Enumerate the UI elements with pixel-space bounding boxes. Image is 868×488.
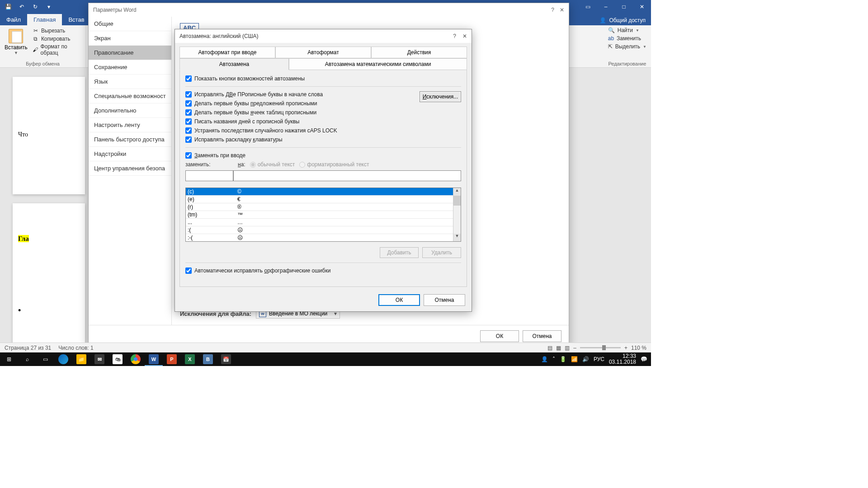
options-cat-customize-ribbon[interactable]: Настроить ленту xyxy=(89,118,171,132)
chk-sentence-caps[interactable]: Делать первые буквы предложений прописны… xyxy=(185,100,337,107)
copy-button[interactable]: ⧉Копировать xyxy=(32,35,83,42)
help-icon[interactable]: ? xyxy=(453,33,456,39)
options-cat-language[interactable]: Язык xyxy=(89,75,171,89)
qat-customize-icon[interactable]: ▾ xyxy=(42,1,55,13)
add-button[interactable]: Добавить xyxy=(380,247,419,258)
clock[interactable]: 12:33 03.11.2018 xyxy=(609,353,636,365)
close-icon[interactable]: ✕ xyxy=(633,0,651,14)
exceptions-button[interactable]: Исключения... xyxy=(420,91,461,102)
share-button[interactable]: 👤 Общий доступ xyxy=(594,15,651,25)
taskbar-explorer[interactable]: 📁 xyxy=(72,352,90,366)
chk-day-caps[interactable]: Писать названия дней с прописной буквы xyxy=(185,118,337,125)
ribbon-options-icon[interactable]: ▭ xyxy=(579,0,597,14)
view-print-icon[interactable]: ▦ xyxy=(556,345,561,351)
chk-auto-spell[interactable]: Автоматически исправлять орфографические… xyxy=(185,267,461,274)
taskbar-vk[interactable]: B xyxy=(199,352,217,366)
ac-tab-math-autocorrect[interactable]: Автозамена математическими символами xyxy=(289,58,467,70)
options-cat-addins[interactable]: Надстройки xyxy=(89,147,171,161)
list-item[interactable]: (r)® xyxy=(186,203,453,211)
scroll-up-icon[interactable]: ▲ xyxy=(453,188,461,196)
options-cat-advanced[interactable]: Дополнительно xyxy=(89,103,171,118)
start-button[interactable]: ⊞ xyxy=(0,352,18,366)
chk-two-caps[interactable]: Исправлять ДВе ПРописные буквы в начале … xyxy=(185,91,337,98)
list-scrollbar[interactable]: ▲ ▼ xyxy=(453,188,461,241)
zoom-out-icon[interactable]: – xyxy=(573,345,576,351)
ac-tab-autoformat[interactable]: Автоформат xyxy=(275,47,371,58)
delete-button[interactable]: Удалить xyxy=(422,247,461,258)
maximize-icon[interactable]: □ xyxy=(615,0,633,14)
input-language[interactable]: РУС xyxy=(594,356,604,362)
options-cat-save[interactable]: Сохранение xyxy=(89,60,171,75)
radio-formatted-text[interactable]: форматированный текст xyxy=(299,161,369,168)
chk-caps-lock[interactable]: Устранять последствия случайного нажатия… xyxy=(185,127,337,134)
save-icon[interactable]: 💾 xyxy=(2,1,14,13)
radio-plain-text[interactable]: обычный текст xyxy=(250,161,295,168)
undo-icon[interactable]: ↶ xyxy=(15,1,28,13)
options-cat-trust[interactable]: Центр управления безопа xyxy=(89,161,171,176)
ac-titlebar[interactable]: Автозамена: английский (США) ? ✕ xyxy=(175,29,472,43)
options-cat-qat[interactable]: Панель быстрого доступа xyxy=(89,132,171,147)
paste-button[interactable]: Вставить ▼ xyxy=(3,27,29,57)
ac-tab-actions[interactable]: Действия xyxy=(371,47,467,58)
options-cat-general[interactable]: Общие xyxy=(89,17,171,31)
tab-home[interactable]: Главная xyxy=(27,14,62,25)
format-painter-button[interactable]: 🖌Формат по образц xyxy=(32,43,83,56)
page-indicator[interactable]: Страница 27 из 31 xyxy=(5,345,51,351)
chk-replace-on-type[interactable]: Заменять при вводе xyxy=(185,152,461,159)
battery-icon[interactable]: 🔋 xyxy=(560,356,566,362)
minimize-icon[interactable]: – xyxy=(597,0,615,14)
taskbar-chrome[interactable] xyxy=(127,352,145,366)
list-item[interactable]: :(☹ xyxy=(186,226,453,234)
close-icon[interactable]: ✕ xyxy=(560,7,564,13)
notifications-icon[interactable]: 💬21 xyxy=(641,356,647,362)
view-read-icon[interactable]: ▤ xyxy=(547,345,552,351)
taskbar-store[interactable]: 🛍 xyxy=(108,352,127,366)
word-count[interactable]: Число слов: 1 xyxy=(58,345,93,351)
redo-icon[interactable]: ↻ xyxy=(29,1,42,13)
replace-to-input[interactable] xyxy=(233,170,461,181)
ac-ok-button[interactable]: ОК xyxy=(378,294,420,306)
ac-tab-autocorrect[interactable]: Автозамена xyxy=(179,58,289,70)
scroll-down-icon[interactable]: ▼ xyxy=(453,234,461,241)
zoom-in-icon[interactable]: + xyxy=(624,345,627,351)
chk-keyboard-layout[interactable]: Исправлять раскладку клавиатуры xyxy=(185,136,337,143)
cut-button[interactable]: ✂Вырезать xyxy=(32,27,83,34)
options-cat-display[interactable]: Экран xyxy=(89,31,171,46)
options-ok-button[interactable]: ОК xyxy=(480,330,519,342)
select-button[interactable]: ⇱Выделить▼ xyxy=(608,43,646,50)
close-icon[interactable]: ✕ xyxy=(462,33,467,39)
options-cat-advanced-access[interactable]: Специальные возможност xyxy=(89,89,171,103)
taskbar-powerpoint[interactable]: P xyxy=(163,352,181,366)
view-web-icon[interactable]: ▥ xyxy=(565,345,570,351)
search-icon[interactable]: ⌕ xyxy=(18,352,36,366)
list-item[interactable]: (tm)™ xyxy=(186,211,453,219)
people-icon[interactable]: 👤 xyxy=(541,356,548,362)
replace-from-input[interactable] xyxy=(185,170,233,181)
list-item[interactable]: (c)© xyxy=(186,188,453,196)
taskbar-mail[interactable]: ✉ xyxy=(90,352,108,366)
chk-cell-caps[interactable]: Делать первые буквы ячеек таблиц прописн… xyxy=(185,109,337,116)
zoom-slider[interactable] xyxy=(580,347,621,348)
options-titlebar[interactable]: Параметры Word ? ✕ xyxy=(89,3,569,17)
taskbar-calendar[interactable]: 📅 xyxy=(217,352,235,366)
tab-file[interactable]: Файл xyxy=(0,14,27,25)
volume-icon[interactable]: 🔊 xyxy=(582,356,589,362)
tab-insert[interactable]: Встав xyxy=(62,14,90,25)
taskbar-word[interactable]: W xyxy=(145,352,163,366)
ac-tab-autoformat-type[interactable]: Автоформат при вводе xyxy=(179,47,275,58)
zoom-level[interactable]: 110 % xyxy=(631,345,646,351)
taskbar-excel[interactable]: X xyxy=(181,352,199,366)
zoom-handle[interactable] xyxy=(602,345,606,350)
options-cancel-button[interactable]: Отмена xyxy=(523,330,561,342)
tray-chevron-icon[interactable]: ˄ xyxy=(552,356,555,362)
task-view-icon[interactable]: ▭ xyxy=(36,352,54,366)
replace-button[interactable]: abЗаменить xyxy=(608,35,646,42)
wifi-icon[interactable]: 📶 xyxy=(571,356,578,362)
find-button[interactable]: 🔍Найти▼ xyxy=(608,27,646,33)
ac-cancel-button[interactable]: Отмена xyxy=(424,294,465,306)
chk-show-buttons[interactable]: Показать кнопки возможностей автозамены xyxy=(185,75,461,82)
help-icon[interactable]: ? xyxy=(551,7,554,13)
scroll-thumb[interactable] xyxy=(453,196,461,206)
options-cat-proofing[interactable]: Правописание xyxy=(89,46,171,60)
list-item[interactable]: (e)€ xyxy=(186,196,453,203)
